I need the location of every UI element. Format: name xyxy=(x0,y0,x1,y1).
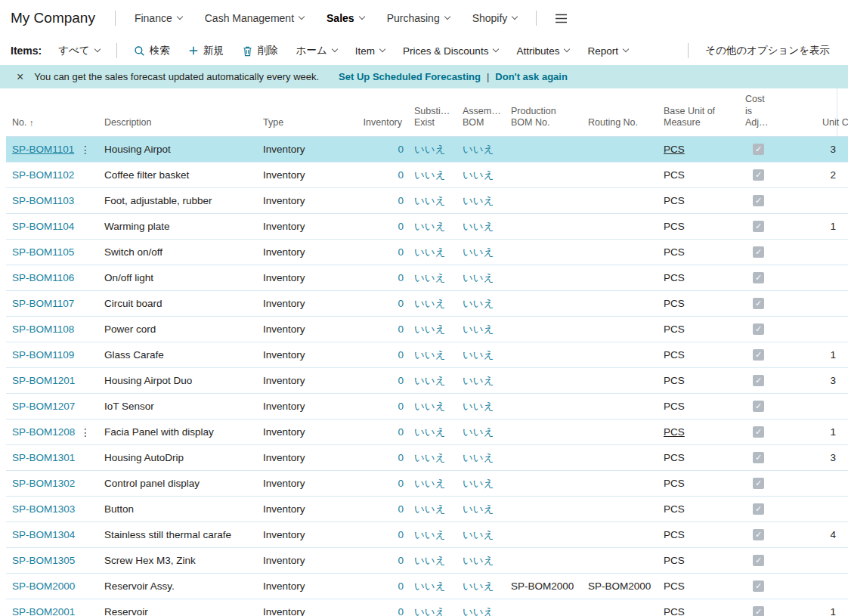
item-type-cell[interactable]: Inventory xyxy=(257,265,342,290)
item-unit-cost-cell[interactable]: 1 xyxy=(804,419,848,444)
item-inventory-cell[interactable]: 0 xyxy=(342,574,408,599)
item-cost-adjusted-cell[interactable]: ✓ xyxy=(739,163,804,187)
setup-scheduled-forecasting-link[interactable]: Set Up Scheduled Forecasting xyxy=(339,71,481,82)
search-button[interactable]: 検索 xyxy=(134,44,170,57)
item-description-cell[interactable]: Coffee filter basket xyxy=(98,163,257,187)
item-type-cell[interactable]: Inventory xyxy=(257,214,342,239)
item-production-bom-no-cell[interactable] xyxy=(505,291,582,316)
item-type-cell[interactable]: Inventory xyxy=(257,317,342,342)
table-row[interactable]: SP-BOM1208⋮Facia Panel with displayInven… xyxy=(6,419,848,445)
item-assembly-bom-cell[interactable]: いいえ xyxy=(456,214,505,239)
item-type-cell[interactable]: Inventory xyxy=(257,445,342,470)
item-no-link[interactable]: SP-BOM1106 xyxy=(12,272,74,283)
item-production-bom-no-cell[interactable] xyxy=(505,419,582,444)
item-cost-adjusted-cell[interactable]: ✓ xyxy=(739,291,804,316)
item-no-cell[interactable]: SP-BOM2000 xyxy=(6,574,98,599)
dont-ask-again-link[interactable]: Don't ask again xyxy=(495,71,568,82)
item-inventory-cell[interactable]: 0 xyxy=(342,368,408,393)
item-unit-cost-cell[interactable] xyxy=(804,548,848,573)
item-production-bom-no-cell[interactable] xyxy=(505,471,582,496)
item-routing-no-cell[interactable] xyxy=(582,599,658,616)
item-cost-adjusted-cell[interactable]: ✓ xyxy=(739,548,804,573)
table-row[interactable]: SP-BOM1107Circuit boardInventory0いいえいいえP… xyxy=(6,291,848,317)
item-type-cell[interactable]: Inventory xyxy=(257,188,342,213)
item-substitutes-exist-cell[interactable]: いいえ xyxy=(408,137,456,162)
item-type-cell[interactable]: Inventory xyxy=(257,368,342,393)
item-production-bom-no-cell[interactable] xyxy=(505,394,582,419)
item-unit-cost-cell[interactable]: 2 xyxy=(804,163,848,187)
table-row[interactable]: SP-BOM1201Housing Airpot DuoInventory0いい… xyxy=(6,368,848,394)
item-assembly-bom-cell[interactable]: いいえ xyxy=(456,265,505,290)
item-substitutes-exist-cell[interactable]: いいえ xyxy=(408,163,456,187)
item-no-cell[interactable]: SP-BOM1303 xyxy=(6,497,98,522)
item-inventory-cell[interactable]: 0 xyxy=(342,497,408,522)
attributes-menu[interactable]: Attributes xyxy=(516,45,569,57)
item-cost-adjusted-cell[interactable]: ✓ xyxy=(739,265,804,290)
item-inventory-cell[interactable]: 0 xyxy=(342,522,408,547)
item-description-cell[interactable]: Button xyxy=(98,497,257,522)
item-base-uom-cell[interactable]: PCS xyxy=(658,522,739,547)
item-cost-adjusted-cell[interactable]: ✓ xyxy=(739,419,804,444)
item-no-link[interactable]: SP-BOM1301 xyxy=(12,452,75,463)
item-base-uom-cell[interactable]: PCS xyxy=(658,214,739,239)
item-base-uom-cell[interactable]: PCS xyxy=(658,599,739,616)
item-unit-cost-cell[interactable] xyxy=(804,240,848,265)
item-inventory-cell[interactable]: 0 xyxy=(342,317,408,342)
item-description-cell[interactable]: Switch on/off xyxy=(98,240,257,265)
item-inventory-cell[interactable]: 0 xyxy=(342,214,408,239)
item-description-cell[interactable]: Power cord xyxy=(98,317,257,342)
item-routing-no-cell[interactable]: SP-BOM2000 xyxy=(582,574,658,599)
item-no-cell[interactable]: SP-BOM1207 xyxy=(6,394,98,419)
item-description-cell[interactable]: Foot, adjustable, rubber xyxy=(98,188,257,213)
item-no-cell[interactable]: SP-BOM1104 xyxy=(6,214,98,239)
item-no-link[interactable]: SP-BOM2000 xyxy=(12,580,75,592)
table-row[interactable]: SP-BOM1105Switch on/offInventory0いいえいいえP… xyxy=(6,240,848,265)
item-type-cell[interactable]: Inventory xyxy=(257,471,342,496)
item-no-link[interactable]: SP-BOM1102 xyxy=(12,169,74,181)
item-inventory-cell[interactable]: 0 xyxy=(342,419,408,444)
item-base-uom-cell[interactable]: PCS xyxy=(658,291,739,316)
item-type-cell[interactable]: Inventory xyxy=(257,522,342,547)
item-description-cell[interactable]: Screw Hex M3, Zink xyxy=(98,548,257,573)
column-header-base-unit-of-measure[interactable]: Base Unit of Measure xyxy=(658,88,739,136)
hamburger-menu-icon[interactable] xyxy=(555,14,568,23)
item-description-cell[interactable]: Circuit board xyxy=(98,291,257,316)
home-menu[interactable]: ホーム xyxy=(296,44,337,57)
item-routing-no-cell[interactable] xyxy=(582,214,658,239)
item-type-cell[interactable]: Inventory xyxy=(257,342,342,367)
item-assembly-bom-cell[interactable]: いいえ xyxy=(456,497,505,522)
item-assembly-bom-cell[interactable]: いいえ xyxy=(456,445,505,470)
item-cost-adjusted-cell[interactable]: ✓ xyxy=(739,342,804,367)
item-unit-cost-cell[interactable] xyxy=(804,188,848,213)
item-cost-adjusted-cell[interactable]: ✓ xyxy=(739,240,804,265)
item-production-bom-no-cell[interactable] xyxy=(505,240,582,265)
view-filter-dropdown[interactable]: すべて xyxy=(58,44,99,57)
item-inventory-cell[interactable]: 0 xyxy=(342,599,408,616)
table-row[interactable]: SP-BOM1303ButtonInventory0いいえいいえPCS✓ xyxy=(6,497,848,522)
item-base-uom-cell[interactable]: PCS xyxy=(658,188,739,213)
table-row[interactable]: SP-BOM1109Glass CarafeInventory0いいえいいえPC… xyxy=(6,342,848,368)
item-unit-cost-cell[interactable]: 1 xyxy=(804,342,848,367)
item-routing-no-cell[interactable] xyxy=(582,522,658,547)
table-row[interactable]: SP-BOM2000Reservoir Assy.Inventory0いいえいい… xyxy=(6,574,848,599)
table-row[interactable]: SP-BOM1207IoT SensorInventory0いいえいいえPCS✓ xyxy=(6,394,848,419)
item-base-uom-cell[interactable]: PCS xyxy=(658,471,739,496)
item-routing-no-cell[interactable] xyxy=(582,497,658,522)
item-description-cell[interactable]: Warming plate xyxy=(98,214,257,239)
item-no-link[interactable]: SP-BOM1201 xyxy=(12,375,75,386)
item-base-uom-cell[interactable]: PCS xyxy=(658,497,739,522)
item-routing-no-cell[interactable] xyxy=(582,445,658,470)
item-base-uom-cell[interactable]: PCS xyxy=(658,265,739,290)
item-description-cell[interactable]: Facia Panel with display xyxy=(98,419,257,444)
item-type-cell[interactable]: Inventory xyxy=(257,574,342,599)
item-cost-adjusted-cell[interactable]: ✓ xyxy=(739,599,804,616)
column-header-production-bom-no[interactable]: Production BOM No. xyxy=(505,88,582,136)
item-cost-adjusted-cell[interactable]: ✓ xyxy=(739,214,804,239)
item-routing-no-cell[interactable] xyxy=(582,342,658,367)
item-routing-no-cell[interactable] xyxy=(582,419,658,444)
item-routing-no-cell[interactable] xyxy=(582,291,658,316)
table-row[interactable]: SP-BOM1305Screw Hex M3, ZinkInventory0いい… xyxy=(6,548,848,574)
item-production-bom-no-cell[interactable] xyxy=(505,368,582,393)
item-production-bom-no-cell[interactable] xyxy=(505,214,582,239)
item-substitutes-exist-cell[interactable]: いいえ xyxy=(408,599,456,616)
